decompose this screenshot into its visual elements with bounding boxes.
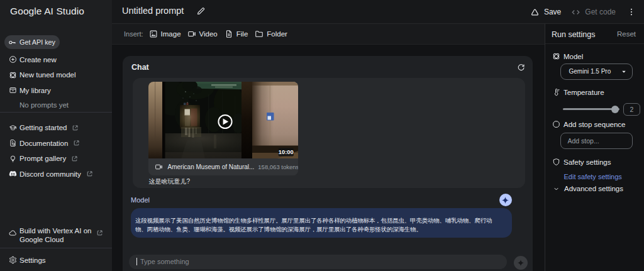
- svg-text:10:00: 10:00: [278, 149, 293, 155]
